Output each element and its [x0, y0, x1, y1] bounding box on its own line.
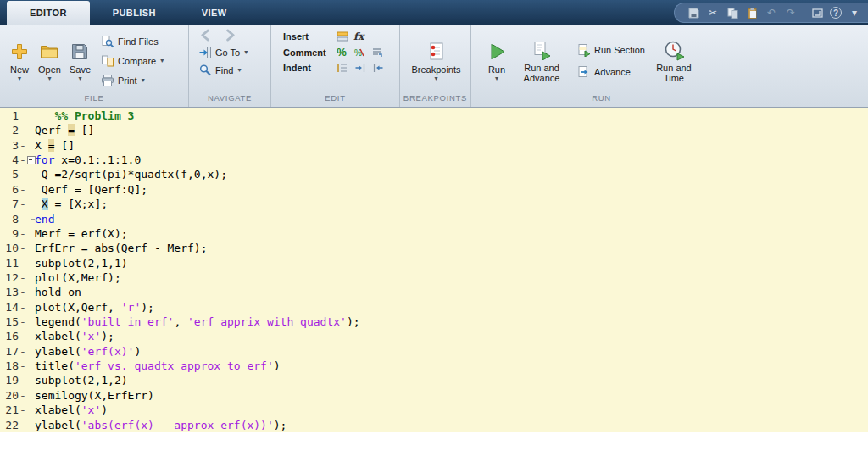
- toolbar-menu-chevron-icon[interactable]: ▾: [848, 6, 861, 19]
- run-section-label-text: RUN: [471, 93, 732, 107]
- code-segment: = [X;x];: [48, 198, 108, 210]
- breakpoint-dash[interactable]: -: [19, 329, 27, 343]
- breakpoint-dash[interactable]: -: [19, 123, 27, 137]
- code-text: title('erf vs. quadtx approx to erf'): [35, 359, 281, 373]
- insert-function-icon[interactable]: fx: [353, 31, 364, 42]
- code-editor[interactable]: 1 %% Problim 32-Qerf = []3-X = []4-for x…: [0, 108, 868, 461]
- code-text: legend('built in erf', 'erf apprix with …: [35, 314, 360, 329]
- cut-icon[interactable]: ✂: [706, 6, 720, 19]
- breakpoint-dash[interactable]: -: [19, 138, 27, 153]
- indent-right-icon[interactable]: [353, 62, 366, 74]
- redo-icon[interactable]: ↷: [784, 6, 798, 19]
- breakpoint-dash[interactable]: -: [19, 373, 27, 387]
- breakpoint-dash[interactable]: -: [19, 226, 27, 241]
- breakpoint-dash[interactable]: -: [19, 314, 27, 329]
- breakpoint-dash[interactable]: -: [19, 197, 27, 211]
- print-button[interactable]: Print ▾: [100, 73, 164, 87]
- breakpoint-dash[interactable]: -: [19, 270, 27, 285]
- run-section-icon: [576, 43, 591, 57]
- code-segment: hold on: [35, 286, 81, 298]
- run-section-button[interactable]: Run Section: [576, 42, 645, 57]
- open-button-label: Open: [38, 64, 61, 75]
- wrap-comments-icon[interactable]: [370, 47, 383, 58]
- code-line: 21-xlabel('x'): [0, 403, 868, 417]
- fold-marker[interactable]: [27, 153, 35, 167]
- breakpoint-dash[interactable]: -: [19, 153, 27, 167]
- help-icon[interactable]: ?: [830, 7, 842, 19]
- indent-left-icon[interactable]: [371, 62, 384, 74]
- ribbon-toolbar: New ▾ Open ▾ Save ▾: [0, 25, 868, 108]
- line-number: 18: [0, 359, 19, 373]
- breakpoint-dash[interactable]: [19, 109, 27, 123]
- tab-view[interactable]: VIEW: [179, 0, 250, 25]
- breakpoints-button[interactable]: Breakpoints ▾: [407, 39, 465, 83]
- advance-button[interactable]: Advance: [576, 64, 645, 79]
- line-number: 3: [0, 138, 19, 153]
- breakpoint-dash[interactable]: -: [19, 300, 27, 314]
- code-text: for x=0.1:.1:1.0: [35, 153, 141, 167]
- code-segment: ): [101, 404, 108, 416]
- code-text: hold on: [35, 285, 81, 299]
- fold-marker: [27, 256, 35, 270]
- breakpoint-dash[interactable]: -: [19, 403, 27, 417]
- forward-icon[interactable]: [222, 28, 236, 42]
- code-text: %% Problim 3: [35, 109, 134, 123]
- code-text: xlabel('x');: [35, 329, 114, 343]
- copy-icon[interactable]: [726, 6, 739, 19]
- tab-editor[interactable]: EDITOR: [7, 1, 90, 25]
- breakpoint-dash[interactable]: -: [19, 344, 27, 359]
- save-icon[interactable]: [687, 6, 700, 19]
- find-files-icon: [100, 35, 114, 48]
- breakpoint-dash[interactable]: -: [19, 285, 27, 299]
- breakpoint-dash[interactable]: -: [19, 359, 27, 373]
- undo-icon[interactable]: ↶: [765, 6, 778, 19]
- insert-section-icon[interactable]: [336, 31, 348, 42]
- code-text: X = []: [35, 138, 75, 153]
- find-label: Find: [215, 65, 233, 75]
- new-button[interactable]: New ▾: [5, 39, 34, 83]
- code-line: 22-ylabel('abs(erf(x) - approx erf(x))')…: [0, 418, 868, 432]
- run-and-time-button[interactable]: Run and Time: [650, 37, 698, 85]
- line-number: 20: [0, 388, 19, 403]
- code-line: 14-plot(X,Qerf, 'r');: [0, 300, 868, 314]
- breakpoint-dash[interactable]: -: [19, 241, 27, 255]
- code-line: 8-end: [0, 212, 868, 226]
- code-segment: end: [35, 213, 54, 225]
- line-number: 6: [0, 182, 19, 197]
- code-text: ErfErr = abs(Qerf - Merf);: [35, 241, 208, 255]
- run-button[interactable]: Run ▾: [481, 39, 512, 83]
- back-icon[interactable]: [199, 28, 214, 42]
- find-button[interactable]: Find ▾: [198, 63, 241, 77]
- code-line: 5- Q =2/sqrt(pi)*quadtx(f,0,x);: [0, 167, 868, 181]
- breakpoint-dash[interactable]: -: [19, 256, 27, 270]
- tab-publish[interactable]: PUBLISH: [90, 0, 179, 25]
- breakpoint-dash[interactable]: -: [19, 418, 27, 432]
- goto-button[interactable]: Go To ▾: [198, 45, 248, 59]
- fold-marker: [27, 109, 35, 123]
- code-segment: 'erf vs. quadtx approx to erf': [75, 359, 274, 372]
- dock-icon[interactable]: [810, 6, 824, 19]
- code-text: Qerf = [Qerf:Q];: [35, 182, 147, 197]
- smart-indent-icon[interactable]: [336, 62, 348, 74]
- compare-button[interactable]: Compare ▾: [100, 53, 164, 68]
- find-files-button[interactable]: Find Files: [100, 34, 164, 48]
- breakpoint-dash[interactable]: -: [19, 182, 27, 197]
- breakpoint-dash[interactable]: -: [19, 212, 27, 226]
- code-segment: x=0.1:.1:1.0: [54, 153, 141, 166]
- code-text: Merf = erf(X);: [35, 226, 128, 241]
- line-number: 14: [0, 300, 19, 314]
- line-number: 2: [0, 123, 19, 137]
- breakpoints-section-label: BREAKPOINTS: [400, 93, 470, 107]
- advance-label: Advance: [594, 67, 631, 77]
- paste-icon[interactable]: [745, 6, 759, 19]
- breakpoint-dash[interactable]: -: [19, 388, 27, 403]
- code-segment: subplot(2,1,1): [35, 257, 128, 270]
- breakpoint-dash[interactable]: -: [19, 167, 27, 181]
- open-button[interactable]: Open ▾: [34, 39, 65, 83]
- save-button[interactable]: Save ▾: [65, 39, 95, 83]
- fold-marker: [27, 418, 35, 432]
- run-and-advance-button[interactable]: Run and Advance: [517, 37, 566, 85]
- uncomment-icon[interactable]: %: [353, 47, 365, 58]
- code-segment: []: [54, 139, 74, 152]
- comment-icon[interactable]: %: [336, 46, 348, 58]
